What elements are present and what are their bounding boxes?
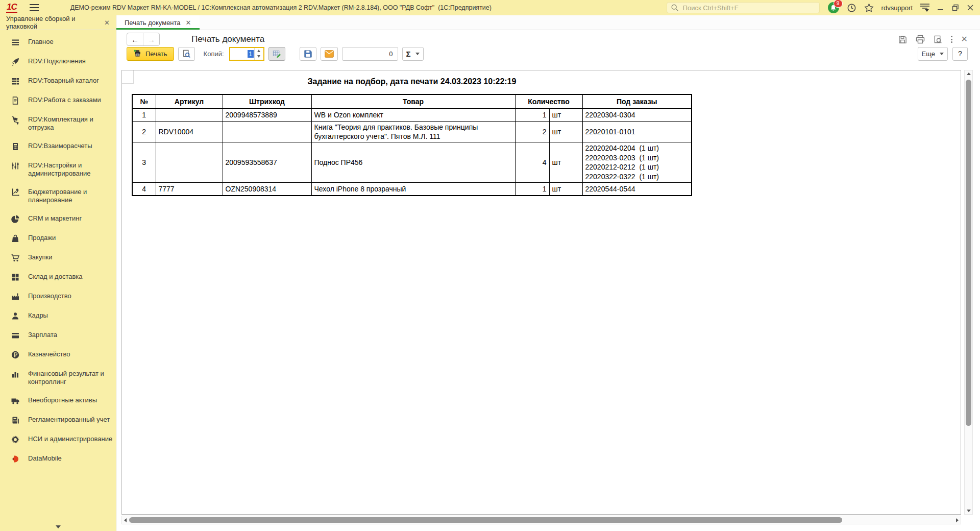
sidebar-item-rdv-rabota-s-zakazami[interactable]: RDV:Работа с заказами: [0, 91, 116, 110]
tab-close-icon[interactable]: ✕: [186, 19, 191, 26]
col-header-quantity: Количество: [515, 94, 582, 109]
favorites-star-icon[interactable]: [864, 3, 874, 13]
table-header-row: № Артикул Штрихкод Товар Количество Под …: [132, 94, 692, 109]
vertical-scroll-thumb[interactable]: [966, 80, 971, 426]
sidebar-item-label: Финансовый результат и контроллинг: [28, 370, 113, 386]
sidebar-item-datamobile[interactable]: DataMobile: [0, 449, 116, 469]
sidebar-item-kadry[interactable]: Кадры: [0, 306, 116, 326]
sidebar-item-sklad-dostavka[interactable]: Склад и доставка: [0, 268, 116, 287]
sidebar-item-finansovy-rezultat-kontrolling[interactable]: Финансовый результат и контроллинг: [0, 365, 116, 391]
sidebar-item-reglamentirovanny-uchet[interactable]: Регламентированный учет: [0, 411, 116, 430]
scroll-down-icon[interactable]: [965, 510, 972, 512]
send-email-button[interactable]: [321, 47, 338, 61]
back-button[interactable]: ←: [127, 33, 143, 45]
sidebar-item-crm-marketing[interactable]: CRM и маркетинг: [0, 209, 116, 229]
save-document-button[interactable]: [300, 47, 316, 61]
sidebar-item-prodazhi[interactable]: Продажи: [0, 229, 116, 248]
cell-num: 3: [132, 142, 156, 183]
table-settings-button[interactable]: [268, 47, 285, 61]
cell-orders: 22020544-0544: [582, 183, 692, 196]
more-commands-icon[interactable]: [951, 36, 952, 43]
sidebar-item-label: RDV:Работа с заказами: [28, 96, 113, 104]
service-menu-icon[interactable]: [920, 4, 929, 12]
print-button[interactable]: Печать: [127, 47, 174, 61]
person-icon: [11, 311, 20, 321]
catalog-grid-icon: [11, 77, 20, 86]
sidebar-item-rdv-podklyucheniya[interactable]: RDV:Подключения: [0, 52, 116, 71]
sidebar-item-nsi-administrirovanie[interactable]: НСИ и администрирование: [0, 430, 116, 449]
col-header-num: №: [132, 94, 156, 109]
count-value: 0: [389, 50, 393, 58]
chevron-down-icon: [940, 53, 944, 55]
sidebar-item-zakupki[interactable]: Закупки: [0, 248, 116, 268]
spin-up-icon[interactable]: [255, 48, 263, 54]
help-button[interactable]: ?: [952, 47, 968, 61]
planning-chart-icon: [11, 188, 20, 197]
sidebar-item-rdv-komplektaciya-otgruzka[interactable]: RDV:Комплектация и отгрузка: [0, 110, 116, 137]
cell-num: 4: [132, 183, 156, 196]
card-icon: [11, 331, 20, 340]
tab-close-icon[interactable]: ✕: [104, 19, 110, 26]
sidebar-item-label: Производство: [28, 292, 113, 300]
sidebar-item-glavnoe[interactable]: Главное: [0, 33, 116, 52]
bar-chart-icon: [11, 370, 20, 379]
copies-label: Копий:: [204, 50, 224, 58]
sidebar-item-rdv-vzaimoraschety[interactable]: RDV:Взаиморасчеты: [0, 137, 116, 156]
spreadsheet-document[interactable]: Задание на подбор, дата печати 24.03.202…: [121, 70, 961, 515]
cell-orders: 22020304-0304: [582, 109, 692, 122]
sidebar-item-kaznacheystvo[interactable]: Казначейство: [0, 345, 116, 365]
current-user[interactable]: rdvsupport: [881, 4, 913, 12]
save-icon[interactable]: [898, 35, 907, 44]
sidebar-item-label: Продажи: [28, 234, 113, 242]
copies-input[interactable]: 1: [229, 47, 264, 61]
sidebar-scroll-down[interactable]: [0, 523, 116, 531]
find-icon[interactable]: [934, 35, 942, 44]
cell-product: Книга "Теория для практиков. Базовые при…: [311, 122, 515, 142]
ledger-icon: [11, 416, 20, 425]
sidebar-item-label: RDV:Подключения: [28, 57, 113, 65]
scroll-up-icon[interactable]: [965, 73, 972, 75]
cell-barcode: 2009593558637: [223, 142, 311, 183]
sidebar-item-vneoborotnye-aktivy[interactable]: Внеоборотные активы: [0, 391, 116, 411]
col-header-product: Товар: [311, 94, 515, 109]
sidebar-item-byudzhetirovanie-planirovanie[interactable]: Бюджетирование и планирование: [0, 183, 116, 209]
scroll-right-icon[interactable]: [956, 516, 959, 524]
tab-pechat-dokumenta[interactable]: Печать документа ✕: [116, 15, 200, 30]
scroll-left-icon[interactable]: [124, 516, 127, 524]
vertical-scrollbar[interactable]: [964, 70, 973, 515]
table-row: 32009593558637Поднос ПР4564шт22020204-02…: [132, 142, 692, 183]
restore-window-icon[interactable]: [952, 4, 959, 11]
1c-logo[interactable]: 1С: [6, 3, 17, 13]
factory-icon: [11, 292, 20, 301]
cell-product: Поднос ПР456: [311, 142, 515, 183]
sum-button[interactable]: Σ: [402, 47, 424, 61]
document-pane: ← → Печать документа ✕ Печать Копий:: [116, 30, 980, 531]
forward-button[interactable]: →: [143, 33, 159, 45]
minimize-icon[interactable]: [937, 4, 944, 11]
count-field[interactable]: 0: [342, 47, 398, 61]
print-icon[interactable]: [916, 35, 925, 44]
horizontal-scrollbar[interactable]: [121, 516, 961, 524]
sidebar-menu: ГлавноеRDV:ПодключенияRDV:Товарный катал…: [0, 30, 116, 531]
tab-upravlenie-sborkoy[interactable]: Управление сборкой и упаковкой ✕: [0, 15, 116, 30]
sidebar-item-proizvodstvo[interactable]: Производство: [0, 287, 116, 306]
sidebar-item-rdv-tovarny-katalog[interactable]: RDV:Товарный каталог: [0, 71, 116, 91]
warehouse-icon: [11, 273, 20, 282]
main-menu-icon[interactable]: [30, 4, 39, 11]
close-window-icon[interactable]: [967, 4, 974, 11]
more-button[interactable]: Еще: [918, 47, 948, 61]
history-nav: ← →: [127, 33, 160, 46]
close-form-icon[interactable]: ✕: [961, 35, 968, 43]
preview-button[interactable]: [178, 47, 195, 61]
sidebar-item-rdv-nastroyki-administrirovanie[interactable]: RDV:Настройки и администрирование: [0, 156, 116, 183]
sidebar-item-zarplata[interactable]: Зарплата: [0, 326, 116, 345]
horizontal-scroll-thumb[interactable]: [129, 517, 842, 523]
notifications-bell-icon[interactable]: 9: [828, 2, 839, 13]
global-search[interactable]: [667, 2, 820, 13]
cell-qty: 4: [515, 142, 549, 183]
history-icon[interactable]: [847, 3, 856, 13]
col-header-orders: Под заказы: [582, 94, 692, 109]
search-input[interactable]: [682, 4, 816, 12]
spin-down-icon[interactable]: [255, 54, 263, 60]
handtruck-icon: [11, 115, 20, 125]
